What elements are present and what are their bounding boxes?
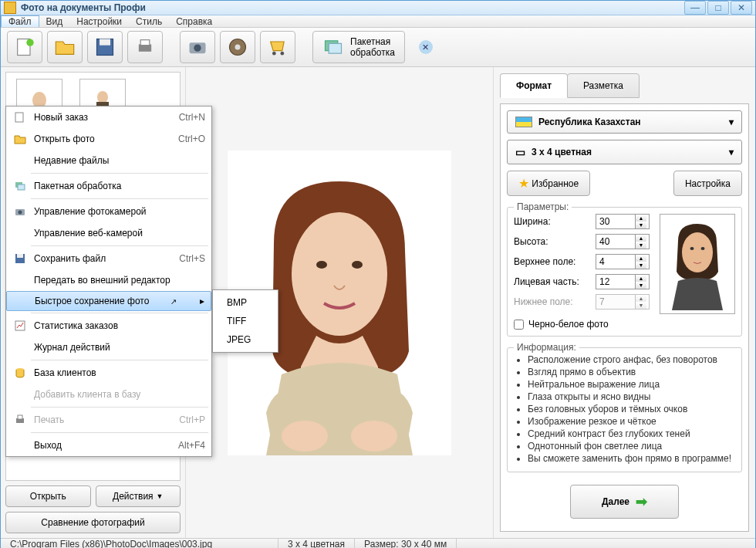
submenu-bmp[interactable]: BMP xyxy=(213,293,278,312)
menu-item-label: Выход xyxy=(31,440,178,451)
open-button[interactable]: Открыть xyxy=(5,485,91,507)
file-menu-item[interactable]: Новый заказCtrl+N xyxy=(6,107,211,128)
app-icon xyxy=(4,2,16,14)
param-width-input[interactable]: ▲▼ xyxy=(596,214,650,229)
svg-point-22 xyxy=(316,261,327,269)
svg-point-28 xyxy=(690,247,694,250)
menu-file[interactable]: Файл xyxy=(1,15,39,27)
close-button[interactable]: ✕ xyxy=(731,1,752,15)
menu-help[interactable]: Справка xyxy=(169,15,219,27)
tool-save[interactable] xyxy=(87,31,123,63)
file-menu-item: ПечатьCtrl+P xyxy=(6,409,211,431)
file-menu-item[interactable]: Недавние файлы xyxy=(6,150,211,171)
submenu-jpeg[interactable]: JPEG xyxy=(213,330,278,349)
new-icon xyxy=(9,111,31,123)
tool-cart[interactable] xyxy=(260,31,295,63)
file-menu-item[interactable]: Быстрое сохранение фото↖▸ xyxy=(6,291,211,311)
menu-item-label: Статистика заказов xyxy=(31,320,205,331)
svg-rect-30 xyxy=(15,113,23,122)
svg-rect-3 xyxy=(100,39,110,46)
toolbar: Пакетная обработка ✕ xyxy=(1,28,755,67)
menu-item-label: Новый заказ xyxy=(31,112,179,123)
param-height-input[interactable]: ▲▼ xyxy=(596,234,650,249)
save-icon xyxy=(9,252,31,265)
svg-point-7 xyxy=(194,45,201,52)
info-list: Расположение строго анфас, без поворотов… xyxy=(514,354,735,464)
tool-open[interactable] xyxy=(47,31,83,63)
status-path: C:\Program Files (x86)\PhotoDoc\Images\0… xyxy=(1,539,278,548)
file-menu-item[interactable]: Передать во внешний редактор xyxy=(6,269,211,291)
menu-shortcut: Ctrl+P xyxy=(179,414,205,425)
tabs: Формат Разметка xyxy=(500,73,749,98)
country-dropdown[interactable]: Республика Казахстан ▾ xyxy=(507,110,742,134)
svg-rect-40 xyxy=(18,415,22,419)
arrow-right-icon: ➡ xyxy=(636,493,647,510)
file-menu-item[interactable]: Управление фотокамерой xyxy=(6,201,211,222)
svg-point-27 xyxy=(682,232,713,272)
file-menu-item[interactable]: Журнал действий xyxy=(6,337,211,358)
param-top-input[interactable]: ▲▼ xyxy=(596,254,650,269)
status-size: Размер: 30 x 40 мм xyxy=(355,539,457,548)
camera-icon xyxy=(9,205,31,218)
menu-item-label: Печать xyxy=(31,414,179,425)
favorites-button[interactable]: ★ Избранное xyxy=(507,171,590,196)
tool-print[interactable] xyxy=(127,31,163,63)
status-format: 3 x 4 цветная xyxy=(278,539,355,548)
menu-view[interactable]: Вид xyxy=(39,15,70,27)
menu-item-label: Быстрое сохранение фото xyxy=(32,296,170,306)
open-icon xyxy=(9,133,31,145)
param-face-input[interactable]: ▲▼ xyxy=(596,274,650,289)
chevron-down-icon: ▾ xyxy=(729,117,734,127)
param-face-label: Лицевая часть: xyxy=(514,276,591,287)
menu-item-label: Сохранить файл xyxy=(31,253,179,264)
svg-point-9 xyxy=(235,45,241,50)
settings-button[interactable]: Настройка xyxy=(673,171,742,196)
file-menu-item[interactable]: Сохранить файлCtrl+S xyxy=(6,248,211,269)
menu-shortcut: Ctrl+S xyxy=(179,253,205,264)
file-menu-item: Добавить клиента в базу xyxy=(6,384,211,405)
tool-close-x[interactable]: ✕ xyxy=(419,40,433,54)
submenu-tiff[interactable]: TIFF xyxy=(213,312,278,330)
file-menu-item[interactable]: Пакетная обработка xyxy=(6,175,211,197)
stats-icon xyxy=(9,320,31,332)
info-item: Вы сможете заменить фон прямо в программ… xyxy=(528,453,735,464)
file-menu-item[interactable]: Управление веб-камерой xyxy=(6,222,211,244)
flag-icon xyxy=(515,117,532,127)
menu-settings[interactable]: Настройки xyxy=(69,15,129,27)
quick-save-submenu: BMP TIFF JPEG xyxy=(212,289,278,353)
file-menu-item[interactable]: ВыходAlt+F4 xyxy=(6,435,211,456)
next-button[interactable]: Далее ➡ xyxy=(570,485,679,519)
info-item: Расположение строго анфас, без поворотов xyxy=(528,354,735,365)
minimize-button[interactable]: — xyxy=(684,1,706,15)
menu-item-label: Открыть фото xyxy=(31,134,178,144)
tool-film[interactable] xyxy=(220,31,255,63)
info-group: Информация: Расположение строго анфас, б… xyxy=(507,347,742,472)
actions-button[interactable]: Действия▼ xyxy=(96,485,181,507)
format-icon: ▭ xyxy=(515,146,525,158)
tool-batch[interactable]: Пакетная обработка xyxy=(312,31,405,63)
format-dropdown[interactable]: ▭ 3 x 4 цветная ▾ xyxy=(507,140,742,164)
svg-rect-32 xyxy=(18,184,25,190)
compare-button[interactable]: Сравнение фотографий xyxy=(5,512,181,533)
maximize-button[interactable]: □ xyxy=(707,1,729,15)
file-menu-item[interactable]: База клиентов xyxy=(6,362,211,384)
tool-new[interactable] xyxy=(7,31,42,63)
tab-format[interactable]: Формат xyxy=(500,73,568,98)
star-icon: ★ xyxy=(518,176,529,191)
file-menu-item[interactable]: Открыть фотоCtrl+O xyxy=(6,128,211,150)
menu-shortcut: Alt+F4 xyxy=(178,440,205,451)
menu-shortcut: Ctrl+O xyxy=(178,134,205,144)
svg-rect-13 xyxy=(329,43,341,53)
tab-layout[interactable]: Разметка xyxy=(567,73,640,98)
svg-point-25 xyxy=(351,421,397,452)
tool-camera[interactable] xyxy=(180,31,215,63)
bw-checkbox[interactable]: Черно-белое фото xyxy=(514,319,735,330)
right-panel: Формат Разметка Республика Казахстан ▾ ▭… xyxy=(493,67,755,538)
menu-style[interactable]: Стиль xyxy=(129,15,169,27)
menu-item-label: Управление фотокамерой xyxy=(31,206,205,217)
tool-batch-label: Пакетная обработка xyxy=(350,36,395,59)
svg-point-21 xyxy=(292,212,387,336)
param-bottom-input: ▲▼ xyxy=(596,294,650,310)
format-panel: Республика Казахстан ▾ ▭ 3 x 4 цветная ▾… xyxy=(500,103,749,532)
file-menu-item[interactable]: Статистика заказов xyxy=(6,315,211,337)
